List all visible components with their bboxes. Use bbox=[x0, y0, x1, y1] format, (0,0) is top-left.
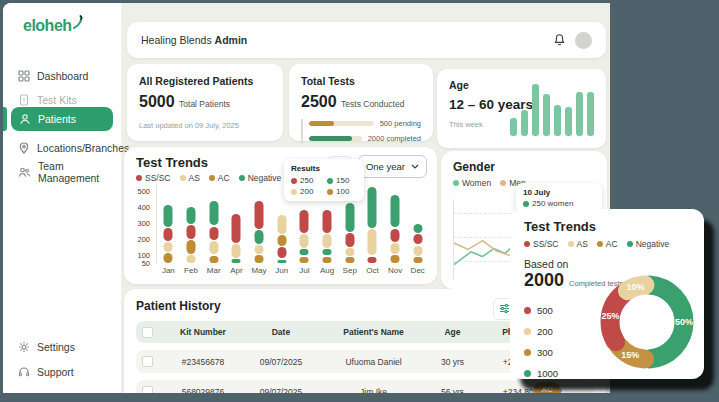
card-registered-patients: All Registered Patients 5000 Total Patie… bbox=[127, 64, 283, 141]
chart-tooltip: Results 250150200100 bbox=[284, 159, 364, 201]
gear-icon bbox=[18, 341, 30, 353]
legend-label: Women bbox=[462, 178, 491, 188]
bar-segment-Negative[interactable] bbox=[368, 187, 377, 227]
bar-segment-AS[interactable] bbox=[300, 234, 309, 248]
avatar[interactable] bbox=[575, 32, 592, 49]
bar-segment-AC[interactable] bbox=[255, 255, 264, 263]
column-header[interactable]: Kit Number bbox=[163, 327, 243, 337]
bar-segment-AS[interactable] bbox=[368, 229, 377, 255]
bar-segment-Negative[interactable] bbox=[300, 249, 309, 255]
bell-icon[interactable] bbox=[553, 33, 566, 47]
column-header[interactable]: Patient's Name bbox=[319, 327, 428, 337]
month-column: Apr bbox=[225, 185, 248, 263]
location-pin-icon bbox=[18, 142, 30, 154]
bar-segment-AC[interactable] bbox=[164, 253, 173, 263]
bar-segment-Negative[interactable] bbox=[209, 201, 218, 226]
bar-segment-SS/SC[interactable] bbox=[277, 247, 286, 258]
table-cell: #23456678 bbox=[163, 357, 243, 367]
tooltip-item: 250 bbox=[291, 176, 321, 185]
bar-segment-SS/SC[interactable] bbox=[300, 210, 309, 232]
bar-segment-AS[interactable] bbox=[413, 246, 422, 257]
patient-icon bbox=[19, 113, 31, 125]
bar-segment-AS[interactable] bbox=[323, 234, 332, 248]
bar-segment-SS/SC[interactable] bbox=[323, 210, 332, 232]
sidebar-item-support[interactable]: Support bbox=[3, 361, 121, 383]
column-header[interactable]: Date bbox=[243, 327, 319, 337]
bar-segment-Negative[interactable] bbox=[391, 195, 400, 227]
bar-segment-Negative[interactable] bbox=[345, 203, 354, 232]
stacked-bar-chart: 50100200300400500 JanFebMarAprMayJunJulA… bbox=[132, 185, 430, 263]
bar-segment-AS[interactable] bbox=[345, 248, 354, 256]
donut-legend-item: 200 bbox=[524, 326, 558, 337]
bar-segment-AC[interactable] bbox=[277, 235, 286, 246]
legend-value: 300 bbox=[537, 347, 553, 358]
bar-segment-Negative[interactable] bbox=[187, 207, 196, 223]
legend-value: 1000 bbox=[537, 368, 558, 379]
header-checkbox[interactable] bbox=[142, 327, 153, 338]
bar-segment-AC[interactable] bbox=[391, 255, 400, 263]
bar-segment-SS/SC[interactable] bbox=[209, 227, 218, 240]
legend-dot bbox=[524, 370, 531, 377]
legend-item: Negative bbox=[239, 173, 282, 183]
row-checkbox[interactable] bbox=[142, 386, 153, 393]
progress-track bbox=[309, 136, 362, 141]
bar-segment-Negative[interactable] bbox=[164, 205, 173, 227]
row-checkbox[interactable] bbox=[142, 356, 153, 367]
org-name: Healing Blends bbox=[141, 34, 212, 46]
legend-value: 200 bbox=[537, 326, 553, 337]
sliders-icon bbox=[499, 303, 510, 314]
bar-segment-SS/SC[interactable] bbox=[232, 214, 241, 243]
bar-segment-SS/SC[interactable] bbox=[187, 225, 196, 239]
chevron-down-icon bbox=[411, 164, 419, 169]
sidebar-item-label: Team Management bbox=[38, 160, 121, 184]
legend-item: Women bbox=[453, 178, 491, 188]
bar-segment-SS/SC[interactable] bbox=[413, 234, 422, 244]
bar-segment-SS/SC[interactable] bbox=[391, 229, 400, 242]
bar-segment-SS/SC[interactable] bbox=[255, 201, 264, 229]
column-header[interactable]: Age bbox=[428, 327, 477, 337]
sidebar-item-locations[interactable]: Locations/Branches bbox=[3, 137, 121, 159]
sidebar-item-patients[interactable]: Patients bbox=[11, 107, 113, 131]
range-value: One year bbox=[366, 161, 405, 172]
table-row[interactable]: 56802987609/07/2025Jim Ike56 yrs+234 803… bbox=[136, 380, 594, 393]
card-title: All Registered Patients bbox=[139, 75, 271, 87]
bar-segment-AS[interactable] bbox=[277, 215, 286, 233]
x-tick-label: Jun bbox=[270, 263, 293, 275]
bar-segment-SS/SC[interactable] bbox=[345, 233, 354, 247]
age-bar bbox=[532, 84, 539, 136]
bar-segment-SS/SC[interactable] bbox=[164, 228, 173, 240]
bar-segment-Negative[interactable] bbox=[255, 230, 264, 244]
month-column: Jan bbox=[157, 185, 180, 263]
brand-logo[interactable]: eloheh bbox=[23, 17, 84, 35]
bar-segment-AS[interactable] bbox=[232, 244, 241, 258]
stat-unit: Total Patients bbox=[179, 99, 230, 109]
age-bar bbox=[543, 94, 550, 136]
bar-segment-AC[interactable] bbox=[187, 240, 196, 254]
sidebar-item-label: Patients bbox=[38, 113, 76, 125]
tooltip-values: 250150200100 bbox=[291, 176, 357, 196]
legend-label: Negative bbox=[636, 239, 670, 249]
bar-segment-AS[interactable] bbox=[391, 243, 400, 254]
donut-value-list: 5002003001000 bbox=[524, 305, 558, 379]
bar-segment-AS[interactable] bbox=[255, 245, 264, 254]
sidebar-item-dashboard[interactable]: Dashboard bbox=[3, 65, 121, 87]
last-updated-text: Last updated on 09 July, 2025 bbox=[139, 121, 271, 130]
sidebar-item-team-management[interactable]: Team Management bbox=[3, 161, 121, 183]
card-total-tests: Total Tests 2500 Tests Conducted 500 pen… bbox=[289, 64, 433, 141]
sidebar-item-settings[interactable]: Settings bbox=[3, 336, 121, 358]
range-dropdown[interactable]: One year bbox=[358, 155, 427, 178]
grid-icon bbox=[18, 70, 30, 82]
bar-segment-AS[interactable] bbox=[209, 241, 218, 254]
total-value: 2000 bbox=[524, 270, 564, 290]
progress-label: 2000 completed bbox=[368, 134, 421, 143]
test-kit-icon bbox=[18, 94, 30, 106]
y-tick-label: 100 bbox=[137, 251, 150, 260]
bar-segment-AC[interactable] bbox=[209, 256, 218, 263]
bar-segment-Negative[interactable] bbox=[413, 224, 422, 233]
bar-segment-AS[interactable] bbox=[187, 255, 196, 263]
bar-segment-AS[interactable] bbox=[164, 242, 173, 252]
bar-segment-Negative[interactable] bbox=[323, 249, 332, 255]
legend-label: SS/SC bbox=[145, 173, 171, 183]
legend-item: SS/SC bbox=[136, 173, 171, 183]
stacked-bar bbox=[368, 185, 377, 263]
